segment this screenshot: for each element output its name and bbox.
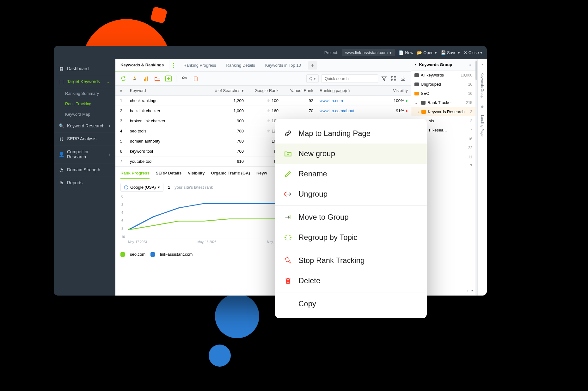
tool-a-icon[interactable] xyxy=(131,75,138,82)
group-label: Rank Tracker xyxy=(427,100,452,105)
cell-google-rank: ♛100 xyxy=(247,96,282,106)
stop-icon xyxy=(284,256,292,265)
svg-rect-2 xyxy=(147,76,148,81)
menu-rename[interactable]: Rename xyxy=(275,164,427,184)
menu-regroup-topic[interactable]: Regroup by Topic xyxy=(275,227,427,247)
tab-keywords-top10[interactable]: Keywords in Top 10 xyxy=(260,59,306,71)
search-engine-select[interactable]: Google (USA) ▾ xyxy=(120,183,163,192)
menu-new-group[interactable]: New group xyxy=(275,144,427,164)
group-item[interactable]: Ungrouped 16 xyxy=(411,80,475,89)
expand-icon[interactable]: » xyxy=(469,62,472,67)
download-icon[interactable] xyxy=(400,75,407,82)
subtab-serp-details[interactable]: SERP Details xyxy=(156,171,181,179)
subtab-rank-progress[interactable]: Rank Progress xyxy=(120,171,150,179)
globe-icon[interactable]: ⊕ xyxy=(481,105,484,109)
menu-delete[interactable]: Delete xyxy=(275,271,427,291)
menu-move-group[interactable]: Move to Group xyxy=(275,207,427,227)
col-visibility[interactable]: Visibility xyxy=(379,86,411,95)
latest-rank-value: 1 xyxy=(168,185,170,190)
group-count: 16 xyxy=(468,91,472,96)
search-mode[interactable]: Q ▾ xyxy=(306,74,319,83)
svg-rect-5 xyxy=(194,77,197,81)
group-item[interactable]: ⌄Rank Tracker 215 xyxy=(411,98,475,107)
subtab-visibility[interactable]: Visibility xyxy=(188,171,205,179)
tab-ranking-progress[interactable]: Ranking Progress xyxy=(178,59,221,71)
folder-plus-icon xyxy=(284,150,292,158)
menu-ungroup[interactable]: Ungroup xyxy=(275,184,427,204)
sidebar-sub-keyword-map[interactable]: Keyword Map xyxy=(54,109,115,119)
rail-landing-page[interactable]: Landing Page xyxy=(481,115,484,137)
group-item[interactable]: All keywords 10,000 xyxy=(411,70,475,80)
open-button[interactable]: 📂Open▾ xyxy=(417,50,437,55)
group-count: 22 xyxy=(468,146,472,150)
menu-map-landing-page[interactable]: Map to Landing Page xyxy=(275,123,427,144)
folder-icon[interactable]: ▪ xyxy=(471,288,473,293)
crown-icon: ♛ xyxy=(267,129,270,133)
col-searches[interactable]: # of Searches ▾ xyxy=(206,86,247,95)
rail-keywords-group[interactable]: Keywords Group xyxy=(481,72,484,98)
sidebar-item-serp-analysis[interactable]: ⫿⫿SERP Analysis xyxy=(54,132,115,145)
add-button[interactable]: + xyxy=(165,76,172,82)
tab-add-button[interactable]: + xyxy=(308,61,317,70)
cell-number: 2 xyxy=(115,106,127,116)
save-button[interactable]: 💾Save▾ xyxy=(441,50,460,55)
new-button[interactable]: 📄New xyxy=(399,50,413,55)
titlebar: Project: www.link-assistant.com ▾ 📄New 📂… xyxy=(54,46,487,59)
chevron-down-icon: ▾ xyxy=(435,50,437,55)
refresh-icon[interactable] xyxy=(120,75,127,82)
cell-ranking-page[interactable]: www.l-a.com xyxy=(316,96,379,106)
col-keyword[interactable]: Keyword xyxy=(127,86,206,95)
col-number[interactable]: # xyxy=(115,86,127,95)
sidebar-item-dashboard[interactable]: ▦Dashboard xyxy=(54,62,115,75)
users-icon[interactable] xyxy=(181,75,188,82)
group-item[interactable]: SEO 16 xyxy=(411,89,475,98)
clipboard-icon[interactable] xyxy=(192,75,199,82)
scrollbar[interactable] xyxy=(475,59,477,296)
grid-icon[interactable] xyxy=(390,75,397,82)
sidebar-item-keyword-research[interactable]: 🔍Keyword Research› xyxy=(54,119,115,132)
tool-folder-icon[interactable] xyxy=(154,75,161,82)
col-ranking-page[interactable]: Ranking page(s) xyxy=(316,86,379,95)
folder-icon xyxy=(414,73,419,77)
divider xyxy=(176,75,176,82)
sidebar-item-domain-strength[interactable]: ◔Domain Strength xyxy=(54,163,115,176)
decor-orange-square xyxy=(150,6,168,24)
group-item[interactable]: ›Keywords Research 3 xyxy=(411,107,475,116)
sidebar-sub-rank-tracking[interactable]: Rank Tracking xyxy=(54,99,115,109)
document-icon: 🗎 xyxy=(59,180,64,185)
search-input[interactable] xyxy=(321,74,378,83)
tool-bars-icon[interactable] xyxy=(143,75,150,82)
cell-ranking-page[interactable]: www.l-a.com/about xyxy=(316,106,379,116)
col-yahoo-rank[interactable]: Yahoo! Rank xyxy=(282,86,316,95)
cell-searches: 780 xyxy=(206,136,247,146)
folder-icon[interactable]: ▪ xyxy=(482,62,483,66)
group-count: 3 xyxy=(470,119,472,123)
sidebar-item-target-keywords[interactable]: ⬚Target Keywords⌄ xyxy=(54,75,115,88)
tab-keywords-rankings[interactable]: Keywords & Rankings xyxy=(115,59,169,71)
chart-icon: ⬚ xyxy=(59,79,64,84)
project-select[interactable]: www.link-assistant.com ▾ xyxy=(342,49,395,56)
tab-menu-icon[interactable]: ⋮ xyxy=(169,62,178,69)
menu-stop-tracking[interactable]: Stop Rank Tracking xyxy=(275,250,427,271)
subtab-organic-traffic[interactable]: Organic Traffic (GA) xyxy=(211,171,250,179)
close-button[interactable]: ✕Close▾ xyxy=(464,50,482,55)
table-row[interactable]: 2 backlink checker 1,000 ♛160 70 www.l-a… xyxy=(115,106,411,116)
table-row[interactable]: 1 check rankings 1,200 ♛100 92 www.l-a.c… xyxy=(115,96,411,106)
menu-separator xyxy=(275,249,427,249)
add-group-icon[interactable]: ▫ xyxy=(467,288,468,293)
filter-icon[interactable] xyxy=(381,75,388,82)
svg-rect-8 xyxy=(391,79,393,81)
tab-ranking-details[interactable]: Ranking Details xyxy=(221,59,260,71)
edit-icon xyxy=(284,170,292,178)
sidebar-sub-ranking-summary[interactable]: Ranking Summary xyxy=(54,88,115,99)
legend-label-seo: seo.com xyxy=(130,252,145,257)
cell-yahoo-rank: 70 xyxy=(282,106,316,116)
cell-keyword: broken link checker xyxy=(127,116,206,126)
menu-copy[interactable]: Copy xyxy=(275,294,427,314)
col-google-rank[interactable]: Google Rank xyxy=(247,86,282,95)
chevron-down-icon: ▾ xyxy=(158,185,160,190)
sidebar-item-competitor-research[interactable]: 👤Competitor Research› xyxy=(54,145,115,163)
sidebar-item-reports[interactable]: 🗎Reports xyxy=(54,176,115,189)
cell-visibility: 91% ● xyxy=(379,106,411,116)
subtab-keyword-more[interactable]: Keyw xyxy=(256,171,267,179)
